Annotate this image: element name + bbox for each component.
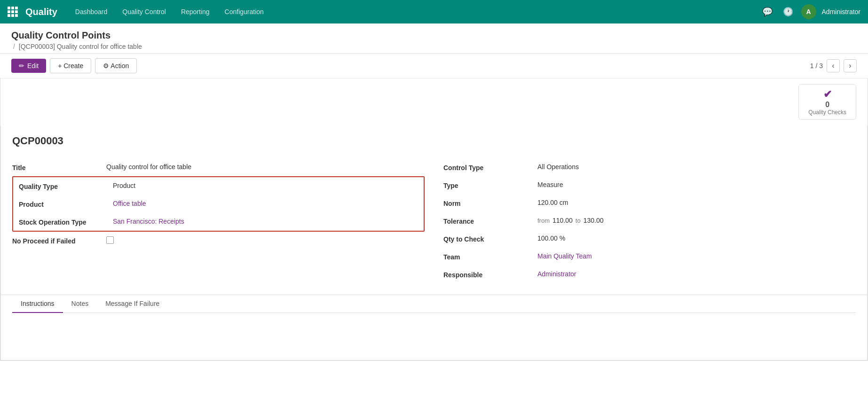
no-proceed-checkbox[interactable]: [106, 236, 425, 245]
responsible-value[interactable]: Administrator: [537, 270, 856, 278]
title-row: Title Quality control for office table: [12, 158, 425, 176]
edit-button[interactable]: ✏ Edit: [11, 59, 46, 73]
no-proceed-label: No Proceed if Failed: [12, 236, 106, 245]
breadcrumb: Quality Control Points / [QCP00003] Qual…: [0, 23, 868, 54]
form-columns: Title Quality control for office table Q…: [12, 158, 856, 283]
pagination-prev[interactable]: ‹: [827, 59, 840, 72]
breadcrumb-current: / [QCP00003] Quality control for office …: [11, 43, 857, 50]
nav-quality-control[interactable]: Quality Control: [116, 5, 173, 18]
stock-operation-type-value[interactable]: San Francisco: Receipts: [113, 218, 418, 225]
messages-icon[interactable]: 💬: [760, 4, 775, 19]
team-value[interactable]: Main Quality Team: [537, 252, 856, 260]
top-navigation: Quality Dashboard Quality Control Report…: [0, 0, 868, 23]
quality-checks-label: Quality Checks: [808, 109, 846, 116]
type-label: Type: [443, 181, 537, 189]
form-body: QCP00003 Title Quality control for offic…: [0, 125, 868, 361]
no-proceed-checkbox-input[interactable]: [106, 236, 114, 244]
tab-message-if-failure[interactable]: Message If Failure: [97, 295, 168, 313]
product-row: Product Office table: [19, 195, 418, 213]
username[interactable]: Administrator: [822, 8, 860, 16]
edit-icon: ✏: [19, 62, 24, 70]
control-type-value: All Operations: [537, 163, 856, 171]
tolerance-row: Tolerance from 110.00 to 130.00: [443, 212, 856, 230]
record-id: QCP00003: [12, 125, 856, 158]
quality-type-label: Quality Type: [19, 182, 113, 190]
tabs-header: Instructions Notes Message If Failure: [12, 295, 856, 313]
tolerance-label: Tolerance: [443, 217, 537, 225]
pagination: 1 / 3 ‹ ›: [810, 59, 857, 72]
control-type-row: Control Type All Operations: [443, 158, 856, 176]
tolerance-to: to: [576, 217, 581, 224]
nav-dashboard[interactable]: Dashboard: [69, 5, 114, 18]
topnav-icons: 💬 🕐 A Administrator: [760, 4, 860, 19]
breadcrumb-separator: /: [13, 43, 15, 50]
breadcrumb-parent[interactable]: Quality Control Points: [11, 30, 857, 41]
quality-type-value: Product: [113, 182, 418, 189]
toolbar: ✏ Edit + Create ⚙ Action 1 / 3 ‹ ›: [0, 54, 868, 78]
product-label: Product: [19, 200, 113, 208]
apps-menu-button[interactable]: [8, 7, 18, 17]
qty-to-check-label: Qty to Check: [443, 234, 537, 243]
action-label: ⚙ Action: [103, 62, 129, 70]
form-right-col: Control Type All Operations Type Measure…: [443, 158, 856, 283]
nav-links: Dashboard Quality Control Reporting Conf…: [69, 5, 760, 18]
edit-label: Edit: [27, 62, 39, 70]
quality-type-row: Quality Type Product: [19, 177, 418, 195]
tolerance-from-val: 110.00: [552, 217, 573, 224]
breadcrumb-current-label: [QCP00003] Quality control for office ta…: [19, 43, 142, 50]
control-type-label: Control Type: [443, 163, 537, 172]
tolerance-value: from 110.00 to 130.00: [537, 217, 856, 224]
nav-configuration[interactable]: Configuration: [218, 5, 270, 18]
create-label: + Create: [58, 62, 83, 70]
tab-notes[interactable]: Notes: [63, 295, 97, 313]
pagination-text: 1 / 3: [810, 62, 823, 70]
tolerance-from: from: [537, 217, 550, 224]
title-value: Quality control for office table: [106, 163, 425, 171]
tolerance-to-val: 130.00: [584, 217, 604, 224]
form-fields: QCP00003 Title Quality control for offic…: [0, 125, 868, 295]
type-row: Type Measure: [443, 176, 856, 194]
quality-checks-count: 0: [825, 101, 829, 109]
highlight-box: Quality Type Product Product Office tabl…: [12, 176, 425, 232]
clock-icon[interactable]: 🕐: [781, 4, 796, 19]
stock-operation-type-row: Stock Operation Type San Francisco: Rece…: [19, 213, 418, 231]
qty-to-check-row: Qty to Check 100.00 %: [443, 230, 856, 248]
tab-instructions[interactable]: Instructions: [12, 295, 63, 313]
tabs-area: Instructions Notes Message If Failure: [0, 295, 868, 360]
responsible-row: Responsible Administrator: [443, 265, 856, 283]
norm-label: Norm: [443, 199, 537, 207]
create-button[interactable]: + Create: [50, 58, 91, 73]
type-value: Measure: [537, 181, 856, 188]
stock-operation-type-label: Stock Operation Type: [19, 218, 113, 226]
no-proceed-row: No Proceed if Failed: [12, 232, 425, 250]
app-name: Quality: [25, 7, 57, 17]
responsible-label: Responsible: [443, 270, 537, 279]
norm-value: 120.00 cm: [537, 199, 856, 206]
norm-row: Norm 120.00 cm: [443, 194, 856, 212]
nav-reporting[interactable]: Reporting: [174, 5, 216, 18]
avatar[interactable]: A: [801, 4, 816, 19]
team-row: Team Main Quality Team: [443, 248, 856, 265]
action-button[interactable]: ⚙ Action: [95, 58, 137, 73]
title-label: Title: [12, 163, 106, 172]
quality-checks-button[interactable]: ✔ 0 Quality Checks: [798, 84, 856, 120]
form-left-col: Title Quality control for office table Q…: [12, 158, 425, 283]
product-value[interactable]: Office table: [113, 200, 418, 207]
pagination-next[interactable]: ›: [844, 59, 857, 72]
checkmark-icon: ✔: [823, 88, 832, 101]
tab-content-instructions: [12, 320, 856, 349]
qty-to-check-value: 100.00 %: [537, 234, 856, 242]
team-label: Team: [443, 252, 537, 261]
